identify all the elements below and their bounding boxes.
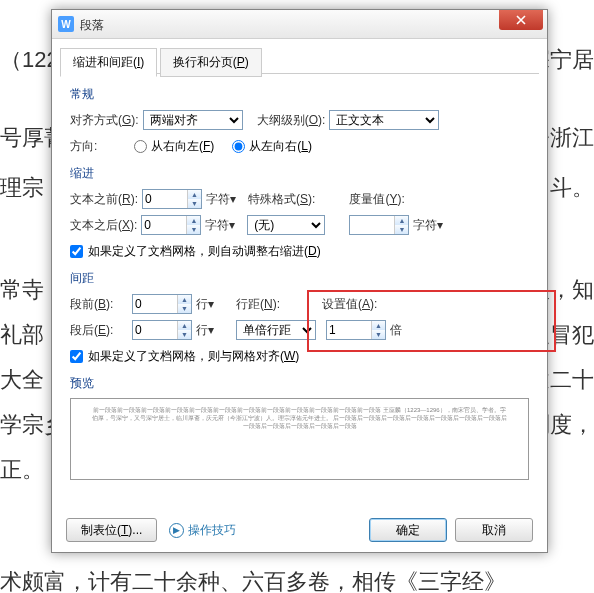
- special-combo[interactable]: (无): [247, 215, 325, 235]
- after-text-spinner[interactable]: ▲▼: [141, 215, 201, 235]
- unit-char-dropdown[interactable]: 字符▾: [205, 217, 235, 234]
- special-label: 特殊格式(S):: [248, 191, 315, 208]
- before-text-label: 文本之前(R):: [70, 191, 138, 208]
- spin-up-icon[interactable]: ▲: [372, 321, 385, 330]
- bg-text: 理宗: [0, 168, 44, 208]
- unit-char-dropdown[interactable]: 字符▾: [413, 217, 443, 234]
- unit-line-dropdown[interactable]: 行▾: [196, 322, 214, 339]
- spin-down-icon[interactable]: ▼: [395, 225, 408, 234]
- outline-label: 大纲级别(O):: [257, 112, 326, 129]
- preview-box: 前一段落前一段落前一段落前一段落前一段落前一段落前一段落前一段落前一段落前一段落…: [70, 398, 529, 480]
- unit-line-dropdown[interactable]: 行▾: [196, 296, 214, 313]
- space-after-label: 段后(E):: [70, 322, 128, 339]
- bg-text: 正。: [0, 450, 44, 490]
- ok-button[interactable]: 确定: [369, 518, 447, 542]
- spin-down-icon[interactable]: ▼: [178, 304, 191, 313]
- align-label: 对齐方式(G):: [70, 112, 139, 129]
- unit-char-dropdown[interactable]: 字符▾: [206, 191, 236, 208]
- dialog-title: 段落: [80, 17, 104, 34]
- unit-bei: 倍: [390, 322, 402, 339]
- spin-down-icon[interactable]: ▼: [188, 199, 201, 208]
- group-general: 常规: [70, 86, 529, 103]
- spin-down-icon[interactable]: ▼: [372, 330, 385, 339]
- group-indent: 缩进: [70, 165, 529, 182]
- bg-text: 斗。: [550, 168, 594, 208]
- spin-down-icon[interactable]: ▼: [187, 225, 200, 234]
- titlebar: W 段落: [52, 10, 547, 39]
- set-value-spinner[interactable]: ▲▼: [326, 320, 386, 340]
- group-spacing: 间距: [70, 270, 529, 287]
- measure-spinner[interactable]: ▲▼: [349, 215, 409, 235]
- tab-indent-spacing[interactable]: 缩进和间距(I): [60, 48, 157, 77]
- align-combo[interactable]: 两端对齐: [143, 110, 243, 130]
- tab-bar: 缩进和间距(I) 换行和分页(P): [60, 47, 539, 74]
- close-icon: [516, 15, 526, 25]
- before-text-spinner[interactable]: ▲▼: [142, 189, 202, 209]
- snap-to-grid-checkbox[interactable]: 如果定义了文档网格，则与网格对齐(W): [70, 348, 299, 365]
- radio-ltr[interactable]: 从左向右(L): [232, 138, 312, 155]
- line-spacing-label: 行距(N):: [236, 296, 280, 313]
- auto-adjust-indent-checkbox[interactable]: 如果定义了文档网格，则自动调整右缩进(D): [70, 243, 321, 260]
- spin-up-icon[interactable]: ▲: [188, 190, 201, 199]
- spin-up-icon[interactable]: ▲: [187, 216, 200, 225]
- cancel-button[interactable]: 取消: [455, 518, 533, 542]
- tips-link[interactable]: ▶操作技巧: [169, 522, 236, 539]
- space-before-spinner[interactable]: ▲▼: [132, 294, 192, 314]
- spin-up-icon[interactable]: ▲: [178, 321, 191, 330]
- outline-combo[interactable]: 正文文本: [329, 110, 439, 130]
- after-text-label: 文本之后(X):: [70, 217, 137, 234]
- paragraph-dialog: W 段落 缩进和间距(I) 换行和分页(P) 常规 对齐方式(G): 两端对齐 …: [51, 9, 548, 553]
- spin-up-icon[interactable]: ▲: [178, 295, 191, 304]
- spin-up-icon[interactable]: ▲: [395, 216, 408, 225]
- measure-label: 度量值(Y):: [349, 191, 404, 208]
- line-spacing-combo[interactable]: 单倍行距: [236, 320, 316, 340]
- space-after-spinner[interactable]: ▲▼: [132, 320, 192, 340]
- bg-text: 大全: [0, 360, 44, 400]
- app-icon: W: [58, 16, 74, 32]
- close-button[interactable]: [499, 10, 543, 30]
- space-before-label: 段前(B):: [70, 296, 128, 313]
- spin-down-icon[interactable]: ▼: [178, 330, 191, 339]
- radio-rtl[interactable]: 从右向左(F): [134, 138, 214, 155]
- bg-text: 术颇富，计有二十余种、六百多卷，相传《三字经》: [0, 562, 506, 593]
- group-preview: 预览: [70, 375, 529, 392]
- play-icon: ▶: [169, 523, 184, 538]
- set-value-label: 设置值(A):: [322, 296, 377, 313]
- tab-line-page-breaks[interactable]: 换行和分页(P): [160, 48, 262, 77]
- tabstops-button[interactable]: 制表位(T)...: [66, 518, 157, 542]
- direction-label: 方向:: [70, 138, 130, 155]
